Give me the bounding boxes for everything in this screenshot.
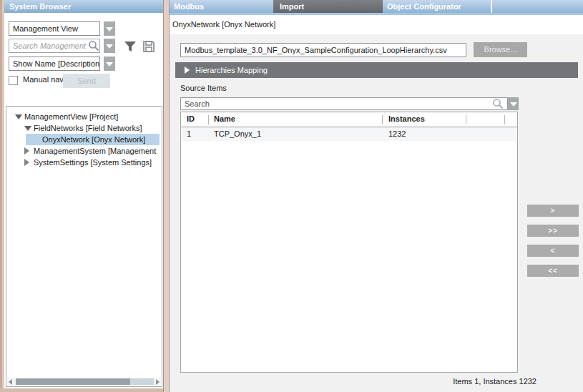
column-divider[interactable] xyxy=(382,115,383,124)
tab-object-configurator[interactable]: Object Configurator xyxy=(383,0,491,13)
cell-id: 1 xyxy=(187,127,191,141)
search-icon xyxy=(492,98,504,109)
window-border-left-inner xyxy=(2,0,4,392)
collapse-icon[interactable] xyxy=(24,159,29,166)
cell-instances: 1232 xyxy=(388,127,406,141)
cell-name: TCP_Onyx_1 xyxy=(214,127,261,141)
tree-item-label: FieldNetworks [Field Networks] xyxy=(34,122,142,134)
tree-item-fieldnetworks[interactable]: FieldNetworks [Field Networks] xyxy=(6,122,160,134)
remove-button[interactable]: < xyxy=(527,245,579,257)
display-mode-dropdown-button[interactable] xyxy=(104,57,115,71)
system-browser-tree: ManagementView [Project] FieldNetworks [… xyxy=(6,106,162,387)
remove-all-button[interactable]: << xyxy=(527,265,579,277)
scrollbar-track[interactable] xyxy=(130,378,154,385)
collapse-icon[interactable] xyxy=(24,147,29,155)
source-search-dropdown-button[interactable] xyxy=(508,97,519,110)
system-browser-title: System Browser xyxy=(4,0,163,13)
scrollbar-thumb[interactable] xyxy=(16,378,130,385)
expand-icon[interactable] xyxy=(15,114,22,119)
search-dropdown-button[interactable] xyxy=(104,39,115,53)
tab-import[interactable]: Import xyxy=(273,0,383,13)
table-header: ID Name Instances xyxy=(181,112,517,127)
source-items-search-input[interactable] xyxy=(180,97,508,110)
display-mode-selector[interactable]: Show Name [Description] xyxy=(9,57,100,71)
tab-modbus[interactable]: Modbus xyxy=(170,0,273,13)
horizontal-scrollbar[interactable] xyxy=(7,378,161,386)
column-divider[interactable] xyxy=(504,115,505,124)
tree-item-label: OnyxNetwork [Onyx Network] xyxy=(42,134,145,145)
tree-item-managementsystem[interactable]: ManagementSystem [Management xyxy=(6,145,160,157)
manual-navigation-checkbox[interactable] xyxy=(9,76,18,85)
column-header-instances[interactable]: Instances xyxy=(388,114,425,123)
application-window: System Browser Management View Show Name… xyxy=(0,0,583,392)
send-button[interactable]: Send xyxy=(63,74,110,88)
source-items-table: ID Name Instances 1 TCP_Onyx_1 1232 xyxy=(180,112,518,373)
chevron-down-icon xyxy=(106,62,113,67)
chevron-down-icon xyxy=(106,27,113,31)
column-header-name[interactable]: Name xyxy=(214,114,235,123)
items-status-text: Items 1, Instances 1232 xyxy=(343,377,537,386)
view-selector[interactable]: Management View xyxy=(9,21,100,36)
chevron-down-icon xyxy=(510,102,517,107)
filter-icon[interactable] xyxy=(123,39,137,54)
search-input[interactable] xyxy=(9,39,100,53)
column-header-id[interactable]: ID xyxy=(187,114,195,123)
table-row[interactable]: 1 TCP_Onyx_1 1232 xyxy=(181,127,517,141)
expand-icon[interactable] xyxy=(24,126,31,131)
add-button[interactable]: > xyxy=(527,205,579,217)
column-divider[interactable] xyxy=(208,115,209,124)
save-icon[interactable] xyxy=(142,39,156,54)
search-icon xyxy=(88,40,99,52)
scroll-left-icon[interactable] xyxy=(9,379,12,385)
tab-divider xyxy=(491,0,492,13)
tree-item-label: ManagementView [Project] xyxy=(24,111,118,122)
collapse-icon[interactable] xyxy=(185,67,190,74)
view-selector-dropdown-button[interactable] xyxy=(104,21,115,36)
hierarchies-mapping-label: Hierarchies Mapping xyxy=(195,62,268,78)
tree-item-managementview[interactable]: ManagementView [Project] xyxy=(6,111,160,122)
manual-navigation-label: Manual nav xyxy=(23,75,63,86)
breadcrumb-strip: OnyxNetwork [Onyx Network] xyxy=(170,15,583,34)
tree-item-label: ManagementSystem [Management xyxy=(34,145,156,157)
panel-splitter[interactable] xyxy=(163,0,170,392)
window-border-bottom xyxy=(0,388,170,392)
browse-button[interactable]: Browse... xyxy=(474,42,527,57)
system-browser-panel: System Browser Management View Show Name… xyxy=(4,0,163,388)
import-file-path-field[interactable]: Modbus_template_3.0_NF_Onyx_SampleConfig… xyxy=(180,43,466,57)
chevron-down-icon xyxy=(106,44,113,49)
column-divider[interactable] xyxy=(466,115,466,124)
hierarchies-mapping-section[interactable]: Hierarchies Mapping xyxy=(175,62,578,78)
source-items-label: Source Items xyxy=(180,84,227,92)
scroll-right-icon[interactable] xyxy=(156,379,160,385)
tree-item-onyxnetwork-selected[interactable]: OnyxNetwork [Onyx Network] xyxy=(6,134,160,145)
add-all-button[interactable]: >> xyxy=(527,225,579,237)
selected-node-title: OnyxNetwork [Onyx Network] xyxy=(172,20,275,29)
tree-item-systemsettings[interactable]: SystemSettings [System Settings] xyxy=(6,157,160,168)
tree-item-label: SystemSettings [System Settings] xyxy=(34,157,152,168)
